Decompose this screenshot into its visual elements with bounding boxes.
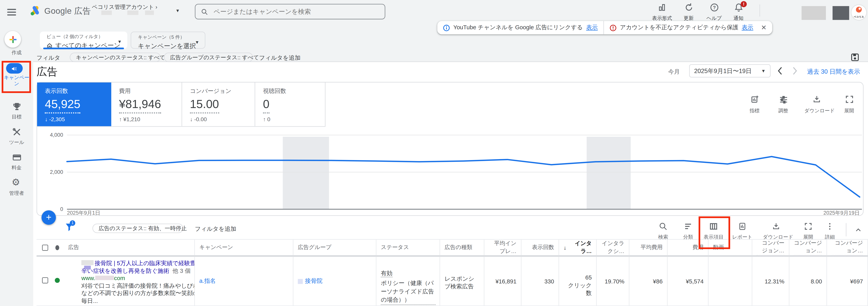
header-cost-per-conversion[interactable]: コンバージョン… <box>827 240 868 255</box>
account-breadcrumb[interactable]: ペコリス管理アカウント › <box>92 3 157 11</box>
metric-card-views[interactable]: 視聴回数 0 ↑ 0 <box>255 83 326 126</box>
date-next-icon[interactable] <box>790 66 799 76</box>
notifications-button[interactable]: 通知 ! <box>727 3 749 22</box>
admin-gear-icon[interactable]: ⚙ <box>11 177 20 188</box>
metrics-icon <box>750 95 759 104</box>
date-prev-icon[interactable] <box>776 66 784 76</box>
filter-chip-adgroup-status[interactable]: 広告グループのステータス:: すべて <box>164 53 253 62</box>
toast-show-link[interactable]: 表示 <box>586 24 598 31</box>
table-header-row: 広告 キャンペーン 広告グループ ステータス 広告の種類 平均インプレ… 表示回… <box>36 239 868 257</box>
view-selector[interactable]: ビュー（2 個のフィルタ） すべてのキャンペーン ▼ <box>40 32 127 49</box>
campaign-selector[interactable]: キャンペーン（5 件） キャンペーンを選択 ▼ <box>131 32 205 49</box>
view-selector-label: ビュー（2 個のフィルタ） <box>46 34 127 40</box>
table-search-button[interactable]: 検索 <box>650 222 677 241</box>
google-ads-logo-icon <box>29 4 41 17</box>
metric-card-cost[interactable]: 費用 ¥81,946 ↑ ¥1,210 <box>111 83 182 126</box>
ad-type-cell: レスポンシブ検索広告 <box>440 257 484 306</box>
close-icon[interactable]: ✕ <box>761 24 767 31</box>
status-cell: 有効 ポリシー（健康（パーソナライズド広告の場合）） <box>376 257 440 306</box>
performance-panel: 表示回数 45,925 ↓ -2,305 費用 ¥81,946 ↑ ¥1,210… <box>36 82 864 216</box>
campaign-link[interactable]: a.指名 <box>199 277 216 285</box>
header-campaign[interactable]: キャンペーン <box>195 240 293 255</box>
create-button[interactable] <box>4 31 21 48</box>
header-conversions[interactable]: コンバージョン… <box>789 240 827 255</box>
chevron-down-icon: ▼ <box>118 39 122 44</box>
add-fab-button[interactable]: + <box>41 210 56 225</box>
header-impressions[interactable]: 表示回数 <box>522 240 559 255</box>
header-interactions-sorted[interactable]: ↓ インタラ… <box>559 240 597 255</box>
product-title: Google 広告 <box>44 6 91 17</box>
date-range-picker[interactable]: 2025年9月1日〜19日 ▼ <box>689 64 771 78</box>
header-avg-impr[interactable]: 平均インプレ… <box>485 240 522 255</box>
refresh-button[interactable]: 更新 <box>678 3 700 22</box>
view-active-indicator <box>43 47 124 49</box>
svg-text:?: ? <box>713 5 716 10</box>
ad-group-link[interactable]: 接骨院 <box>305 277 322 285</box>
tools-icon[interactable] <box>12 127 22 137</box>
header-avg-cost[interactable]: 平均費用 <box>629 240 668 255</box>
billing-card-icon[interactable] <box>12 153 22 162</box>
avatar[interactable]: ペコリス <box>851 5 866 20</box>
download-button[interactable]: ダウンロード <box>804 95 829 115</box>
reports-button[interactable]: レポート <box>729 222 756 241</box>
metric-card-conversions[interactable]: コンバージョン 15.00 ↓ -0.00 <box>182 83 255 126</box>
adjust-button[interactable]: 調整 <box>771 95 796 115</box>
filter-chip-campaign-status[interactable]: キャンペーンのステータス:: すべて <box>70 53 160 62</box>
table-row[interactable]: 接骨院 | 5万人以上の臨床実績で経験豊富 | 辛い症状を改善し再発を防ぐ施術 … <box>36 257 868 306</box>
video-cell <box>709 257 752 306</box>
account-dropdown-caret-icon[interactable]: ▼ <box>176 8 180 13</box>
table-download-button[interactable]: ダウンロード <box>763 222 789 241</box>
expand-button[interactable]: 展開 <box>837 95 861 115</box>
topbar-divider <box>760 4 760 17</box>
global-search[interactable] <box>195 4 385 20</box>
impressions-cell: 330 <box>522 257 559 306</box>
row-checkbox[interactable] <box>42 277 48 283</box>
ad-title-line2[interactable]: 辛い症状を改善し再発を防ぐ施術 他 3 個 <box>81 267 191 275</box>
filter-count-badge: 1 <box>70 220 75 226</box>
impressions-line-chart[interactable]: 02,0004,000 <box>37 131 863 215</box>
add-filter-link-table[interactable]: フィルタを追加 <box>195 225 236 233</box>
ad-status-filter-chip[interactable]: 広告のステータス:: 有効、一時停止 <box>93 224 183 233</box>
metric-value: 15.00 <box>190 97 219 114</box>
ad-description: 刈谷で口コミ高評価の接骨院！痛みやしびれなどの不調でお困りの方が多数来院〜笑顔の… <box>81 282 195 305</box>
header-ad-group[interactable]: 広告グループ <box>293 240 376 255</box>
cost-per-conv-cell: ¥697 <box>827 257 868 306</box>
header-ad-type[interactable]: 広告の種類 <box>440 240 484 255</box>
toast-show-link[interactable]: 表示 <box>742 24 753 31</box>
header-ad[interactable]: 広告 <box>36 240 195 255</box>
status-value[interactable]: 有効 <box>381 270 393 277</box>
search-input[interactable] <box>213 8 375 15</box>
chart-x-end-label: 2025年9月19日 <box>750 210 860 217</box>
create-plus-icon <box>9 35 17 43</box>
select-all-checkbox[interactable] <box>42 244 48 250</box>
metric-delta: ↓ -2,305 <box>45 116 103 122</box>
header-interaction-rate[interactable]: インタラクシ… <box>597 240 629 255</box>
search-icon <box>201 8 208 15</box>
collapse-chevron-icon[interactable] <box>854 226 862 234</box>
metrics-button[interactable]: 指標 <box>742 95 767 115</box>
ad-asset-links[interactable]: アセットの詳細を表示 · 広告のプレビュー <box>81 305 191 306</box>
ads-table: 広告 キャンペーン 広告グループ ステータス 広告の種類 平均インプレ… 表示回… <box>36 239 868 306</box>
sidebar-item-goals-label: 目標 <box>0 114 33 121</box>
toolbar-divider <box>846 223 846 237</box>
add-filter-link[interactable]: フィルタを追加 <box>259 54 301 62</box>
goals-trophy-icon[interactable] <box>12 102 22 111</box>
sidebar-item-tools-label: ツール <box>0 139 33 146</box>
appearance-button[interactable]: 表示形式 <box>651 3 673 22</box>
help-button[interactable]: ? ヘルプ <box>703 3 725 22</box>
status-policy[interactable]: ポリシー（健康（パーソナライズド広告の場合）） <box>381 279 436 305</box>
metric-card-impressions[interactable]: 表示回数 45,925 ↓ -2,305 <box>37 83 112 126</box>
ad-title-line1[interactable]: 接骨院 | 5万人以上の臨床実績で経験豊富 | <box>81 259 191 267</box>
menu-icon[interactable] <box>7 7 16 17</box>
avg-impr-cell: ¥16,891 <box>485 257 522 306</box>
segment-button[interactable]: 分類 <box>675 222 701 241</box>
row-status-dot <box>55 278 60 283</box>
show-last-30-days-link[interactable]: 過去 30 日間を表示 <box>807 67 860 76</box>
save-view-icon[interactable] <box>850 53 860 62</box>
header-conversion-rate[interactable]: コンバージョン… <box>752 240 789 255</box>
metric-value: 45,925 <box>45 97 80 114</box>
redacted-ad-title2 <box>84 266 91 270</box>
more-options-button[interactable]: 詳細 <box>816 222 843 241</box>
header-status[interactable]: ステータス <box>376 240 440 255</box>
annotation-box-campaigns <box>2 61 31 93</box>
